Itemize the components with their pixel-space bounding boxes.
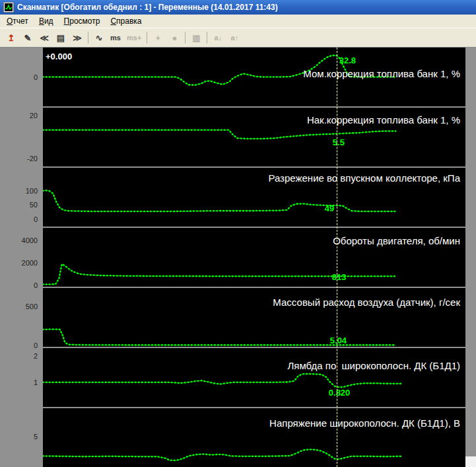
chart-title: Обороты двигателя, об/мин [333, 235, 460, 246]
menu-item-report[interactable]: Отчет [1, 15, 34, 28]
cursor-value-label: 0.820 [329, 388, 351, 398]
parameter-list-button[interactable]: ▤ [53, 30, 69, 45]
report-edit-button[interactable]: ✎ [20, 30, 36, 45]
trace-dots [43, 190, 395, 211]
chart-title: Лямбда по широкополосн. ДК (Б1Д1) [287, 360, 460, 371]
chart-title: Нак.коррекция топлива банк 1, % [307, 114, 460, 126]
toolbar-separator [207, 32, 207, 44]
save-graph-button: ▥ [188, 30, 204, 45]
graph-mode-button[interactable]: ∿ [91, 30, 107, 45]
record-button: ● [166, 30, 182, 45]
chart-strip: Разрежение во впускном коллекторе, кПа10… [0, 166, 476, 227]
y-axis-tick-label: 5 [0, 433, 38, 441]
app-window: Сканматик [Обогатил обеднил : 1] - Перем… [0, 0, 476, 467]
exit-button[interactable]: ↥ [3, 30, 19, 45]
y-axis-tick-label: 20 [0, 112, 38, 120]
y-axis-tick-label: 100 [0, 187, 38, 195]
menu-item-browse[interactable]: Просмотр [59, 15, 106, 28]
y-axis-tick-label: 0 [0, 281, 38, 289]
window-title: Сканматик [Обогатил обеднил : 1] - Перем… [17, 3, 278, 12]
ms-scale-button[interactable]: ms [108, 30, 123, 45]
cursor-time-label: +0.000 [46, 52, 72, 61]
y-axis-tick-label: 0 [0, 341, 38, 349]
trace-dots [43, 449, 402, 460]
chart-strip: Массовый расход воздуха (датчик), г/сек5… [0, 287, 476, 347]
menu-bar: Отчет Вид Просмотр Справка [0, 15, 476, 28]
font-larger-button: a↑ [226, 30, 242, 45]
y-axis-tick-label: 0 [0, 73, 38, 81]
chart-strips-container: Мом.коррекция топлива банк 1, %032.8Нак.… [0, 48, 476, 467]
trace-line [43, 190, 395, 211]
y-axis-tick-label: 2 [0, 352, 38, 360]
chart-strip: Нак.коррекция топлива банк 1, %20-205.5 [0, 106, 476, 166]
right-gutter [465, 48, 476, 467]
toolbar: ↥✎≪▤≫∿msms++●▥a↓a↑ [0, 28, 476, 48]
chart-title: Напряжение широкополосн. ДК (Б1Д1), В [269, 417, 460, 429]
font-smaller-button: a↓ [210, 30, 226, 45]
chart-strip: Напряжение широкополосн. ДК (Б1Д1), В5 [0, 407, 476, 467]
y-axis-tick-label: 500 [0, 303, 38, 310]
chart-strip: Обороты двигателя, об/мин400020000813 [0, 227, 476, 287]
cursor-value-label: 5.04 [330, 336, 347, 345]
toolbar-separator [88, 32, 88, 44]
crosshair-button: + [150, 30, 166, 45]
y-axis-tick-label: -20 [0, 155, 38, 162]
chart-strip: Лямбда по широкополосн. ДК (Б1Д1)210.820 [0, 347, 476, 407]
y-axis-tick-label: 4000 [0, 236, 38, 244]
cursor-value-label: 5.5 [333, 137, 345, 147]
toolbar-separator [147, 32, 147, 44]
cursor-value-label: 49 [325, 203, 334, 213]
time-cursor-line[interactable] [337, 48, 337, 467]
next-screen-button[interactable]: ≫ [69, 30, 85, 45]
menu-item-help[interactable]: Справка [105, 15, 147, 28]
cursor-value-label: 813 [332, 272, 347, 282]
app-icon [3, 2, 14, 13]
menu-item-view[interactable]: Вид [34, 15, 59, 28]
y-axis-tick-label: 1 [0, 378, 38, 386]
chart-title: Массовый расход воздуха (датчик), г/сек [273, 297, 460, 308]
chart-title: Мом.коррекция топлива банк 1, % [303, 68, 460, 79]
charts-area: Мом.коррекция топлива банк 1, %032.8Нак.… [0, 48, 476, 467]
title-bar[interactable]: Сканматик [Обогатил обеднил : 1] - Перем… [0, 0, 476, 15]
y-axis-tick-label: 2000 [0, 259, 38, 267]
y-axis-tick-label: 50 [0, 201, 38, 209]
y-axis-tick-label: 0 [0, 215, 38, 223]
trace-dots [43, 374, 402, 387]
trace-plot[interactable] [43, 348, 465, 407]
chart-title: Разрежение во впускном коллекторе, кПа [268, 172, 460, 184]
cursor-value-label: 32.8 [339, 55, 356, 65]
corner-box [465, 456, 476, 467]
ms-add-button: ms+ [124, 30, 144, 45]
prev-screen-button[interactable]: ≪ [36, 30, 52, 45]
toolbar-separator [185, 32, 186, 44]
